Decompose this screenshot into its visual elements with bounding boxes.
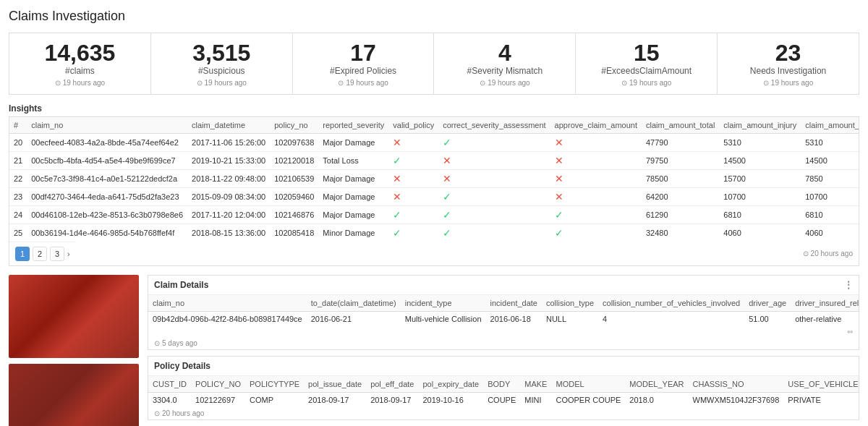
policy-details-title: Policy Details <box>154 361 210 371</box>
cross-icon: ✕ <box>393 191 401 203</box>
col-claim-no: claim_no <box>148 295 307 312</box>
insights-row: 2000ecfeed-4083-4a2a-8bde-45a74eef64e220… <box>9 134 859 152</box>
bottom-row: Claim Details ⋮ claim_noto_date(claim_da… <box>9 275 859 426</box>
col-POLICYTYPE: POLICYTYPE <box>245 376 304 393</box>
cross-icon: ✕ <box>555 173 563 184</box>
cross-icon: ✕ <box>555 191 563 203</box>
kpi-number-investigation: 23 <box>726 41 850 66</box>
insights-row: 2100c5bcfb-4bfa-4d54-a5e4-49be9f699ce720… <box>9 152 859 170</box>
insights-table: #claim_noclaim_datetimepolicy_noreported… <box>9 117 859 242</box>
cross-icon: ✕ <box>393 137 401 148</box>
kpi-card-severity: 4 #Severity Mismatch ⊙ 19 hours ago <box>434 33 576 94</box>
bottom-tables-column: Claim Details ⋮ claim_noto_date(claim_da… <box>148 275 859 426</box>
policy-details-table-wrap: CUST_IDPOLICY_NOPOLICYTYPEpol_issue_date… <box>148 376 859 407</box>
check-icon: ✓ <box>555 227 563 239</box>
kpi-label-severity: #Severity Mismatch <box>443 66 566 76</box>
claim-details-section: Claim Details ⋮ claim_noto_date(claim_da… <box>148 275 859 350</box>
clock-icon: ⊙ <box>803 250 809 257</box>
col-MODEL: MODEL <box>551 376 625 393</box>
table-row: 3304.0102122697COMP2018-09-172018-09-172… <box>148 393 859 408</box>
clock-icon: ⊙ <box>763 79 769 87</box>
col-pol-eff-date: pol_eff_date <box>366 376 418 393</box>
kpi-card-expired: 17 #Expired Policies ⊙ 19 hours ago <box>293 33 435 94</box>
page-btn-3[interactable]: 3 <box>50 247 64 261</box>
car-image-placeholder-1 <box>9 275 139 358</box>
kpi-card-exceeds: 15 #ExceedsClaimAmount ⊙ 19 hours ago <box>576 33 718 94</box>
col-to-date-claim-datetime-: to_date(claim_datetime) <box>307 295 401 312</box>
page-btn-2[interactable]: 2 <box>33 247 47 261</box>
page-btn-1[interactable]: 1 <box>15 247 30 261</box>
col-pol-expiry-date: pol_expiry_date <box>418 376 483 393</box>
col-incident-date: incident_date <box>486 295 542 312</box>
insights-col-policy-no: policy_no <box>270 117 318 134</box>
insights-col-claim-amount-injury: claim_amount_injury <box>719 117 801 134</box>
col-pol-issue-date: pol_issue_date <box>304 376 366 393</box>
insights-row: 2200c5e7c3-3f98-41c4-a0e1-52122dedcf2a20… <box>9 170 859 188</box>
insights-col--: # <box>9 117 27 134</box>
claim-details-update-time: ⊙ 5 days ago <box>148 337 859 349</box>
kpi-label-claims: #claims <box>18 66 142 76</box>
car-image-placeholder-2 <box>9 364 139 426</box>
kpi-time-suspicious: ⊙ 19 hours ago <box>160 79 284 87</box>
claim-scroll-hint: ⇔ <box>148 326 859 337</box>
check-icon: ✓ <box>393 227 401 239</box>
insights-row: 2500b36194-1d4e-4646-985d-54b768ffef4f20… <box>9 224 859 242</box>
table-row: 09b42db4-096b-42f2-84b6-b089817449ce2016… <box>148 312 859 327</box>
claim-details-more-icon[interactable]: ⋮ <box>844 280 853 290</box>
kpi-number-claims: 14,635 <box>18 41 142 66</box>
insights-col-claim-no: claim_no <box>27 117 187 134</box>
check-icon: ✓ <box>555 209 563 221</box>
cross-icon: ✕ <box>555 155 563 166</box>
pagination: 123› <box>9 242 76 265</box>
cross-icon: ✕ <box>443 173 451 184</box>
kpi-number-expired: 17 <box>302 41 425 66</box>
clock-icon: ⊙ <box>55 79 61 87</box>
insights-col-correct-severity-assessment: correct_severity_assessment <box>438 117 550 134</box>
kpi-time-investigation: ⊙ 19 hours ago <box>726 79 850 87</box>
col-MAKE: MAKE <box>520 376 551 393</box>
page-title: Claims Investigation <box>9 9 859 24</box>
check-icon: ✓ <box>393 209 401 221</box>
kpi-time-expired: ⊙ 19 hours ago <box>302 79 425 87</box>
claim-details-title: Claim Details <box>154 280 208 290</box>
kpi-card-suspicious: 3,515 #Suspicious ⊙ 19 hours ago <box>151 33 293 94</box>
check-icon: ✓ <box>443 227 451 239</box>
kpi-time-claims: ⊙ 19 hours ago <box>18 79 142 87</box>
kpi-number-suspicious: 3,515 <box>160 41 284 66</box>
check-icon: ✓ <box>443 209 451 221</box>
insights-col-approve-claim-amount: approve_claim_amount <box>550 117 642 134</box>
insights-col-claim-datetime: claim_datetime <box>187 117 270 134</box>
kpi-row: 14,635 #claims ⊙ 19 hours ago 3,515 #Sus… <box>9 33 859 95</box>
car-images-column <box>9 275 139 426</box>
kpi-label-investigation: Needs Investigation <box>726 66 850 76</box>
pagination-next-arrow[interactable]: › <box>67 250 70 258</box>
car-image-1 <box>9 275 139 358</box>
kpi-card-investigation: 23 Needs Investigation ⊙ 19 hours ago <box>718 33 859 94</box>
kpi-label-expired: #Expired Policies <box>302 66 425 76</box>
clock-icon-claim: ⊙ <box>154 339 160 347</box>
insights-col-reported-severity: reported_severity <box>318 117 388 134</box>
clock-icon: ⊙ <box>338 79 344 87</box>
kpi-number-exceeds: 15 <box>584 41 708 66</box>
insights-row: 2300df4270-3464-4eda-a641-75d5d2fa3e2320… <box>9 188 859 206</box>
page-container: Claims Investigation 14,635 #claims ⊙ 19… <box>0 0 868 426</box>
insights-col-valid-policy: valid_policy <box>388 117 438 134</box>
col-POLICY-NO: POLICY_NO <box>191 376 245 393</box>
col-CHASSIS-NO: CHASSIS_NO <box>689 376 784 393</box>
col-USE-OF-VEHICLE: USE_OF_VEHICLE <box>783 376 859 393</box>
cross-icon: ✕ <box>443 155 451 166</box>
insights-update-time: ⊙ 20 hours ago <box>797 247 859 260</box>
policy-details-header: Policy Details <box>148 357 859 376</box>
clock-icon: ⊙ <box>480 79 485 87</box>
policy-details-section: Policy Details CUST_IDPOLICY_NOPOLICYTYP… <box>148 356 859 420</box>
kpi-time-exceeds: ⊙ 19 hours ago <box>584 79 708 87</box>
insights-row: 2400d46108-12eb-423e-8513-6c3b0798e8e620… <box>9 206 859 224</box>
insights-table-wrapper: #claim_noclaim_datetimepolicy_noreported… <box>9 117 859 242</box>
car-image-2 <box>9 364 139 426</box>
policy-details-table: CUST_IDPOLICY_NOPOLICYTYPEpol_issue_date… <box>148 376 859 407</box>
clock-icon: ⊙ <box>621 79 627 87</box>
col-CUST-ID: CUST_ID <box>148 376 191 393</box>
col-driver-age: driver_age <box>744 295 791 312</box>
col-incident-type: incident_type <box>401 295 486 312</box>
check-icon: ✓ <box>393 155 401 166</box>
